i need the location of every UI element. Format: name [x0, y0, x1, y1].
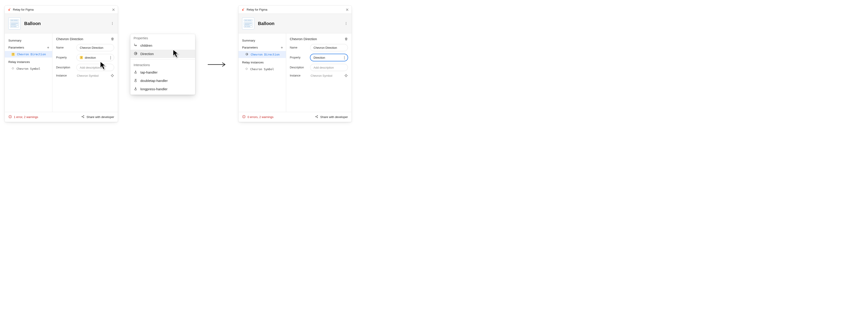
locate-instance-icon[interactable]	[111, 74, 114, 77]
name-input[interactable]: Chevron Direction	[76, 44, 114, 51]
plugin-footer: 1 error, 2 warnings Share with developer	[5, 112, 118, 122]
body-area: Summary Parameters ! Chevron Direction R…	[5, 33, 118, 112]
plugin-footer: 0 errors, 2 warnings Share with develope…	[239, 112, 351, 122]
chevron-down-icon	[111, 56, 111, 59]
direction-icon	[133, 51, 138, 56]
delete-icon[interactable]	[344, 37, 348, 41]
instance-value: Chevron Symbol	[76, 74, 108, 77]
description-label: Description	[56, 66, 74, 69]
plugin-header: Relay for Figma	[239, 6, 351, 14]
share-with-developer-button[interactable]: Share with developer	[315, 115, 348, 119]
more-options-icon[interactable]	[111, 22, 114, 25]
instance-label: Instance	[56, 74, 74, 77]
popover-item-direction[interactable]: Direction	[130, 50, 195, 58]
component-header: Balloon	[239, 14, 351, 33]
status-text-label: 0 errors, 2 warnings	[248, 115, 274, 119]
svg-rect-30	[245, 26, 247, 27]
description-input[interactable]: Add description	[76, 64, 114, 71]
share-icon	[81, 115, 85, 119]
svg-rect-26	[245, 23, 252, 23]
svg-point-32	[346, 22, 346, 23]
svg-point-36	[345, 75, 347, 76]
popover-item-children[interactable]: children	[130, 41, 195, 50]
svg-rect-3	[14, 20, 18, 21]
add-parameter-icon[interactable]	[281, 46, 283, 49]
sidebar-instance-item[interactable]: Chevron Symbol	[239, 66, 286, 72]
sidebar-instance-item[interactable]: Chevron Symbol	[5, 65, 52, 72]
svg-rect-24	[248, 20, 252, 21]
property-select[interactable]: ! direction	[76, 54, 114, 61]
longpress-icon	[133, 86, 138, 92]
close-icon[interactable]	[346, 8, 349, 11]
diamond-icon	[245, 67, 248, 71]
status-text[interactable]: 1 error, 2 warnings	[8, 115, 38, 119]
add-parameter-icon[interactable]	[47, 46, 50, 49]
plugin-title-text: Relay for Figma	[13, 8, 34, 11]
svg-rect-27	[245, 24, 252, 24]
sidebar-parameters-label: Parameters	[242, 46, 258, 49]
sidebar-item-relay-instances[interactable]: Relay instances	[239, 59, 286, 66]
properties-group-label: Properties	[130, 34, 195, 41]
popover-item-longpress-handler[interactable]: longpress-handler	[130, 85, 195, 95]
svg-point-38	[244, 117, 244, 118]
sidebar-summary-label: Summary	[8, 39, 22, 42]
svg-point-33	[346, 23, 346, 24]
popover-divider	[130, 59, 195, 60]
component-thumbnail	[242, 18, 254, 30]
sidebar-item-parameters[interactable]: Parameters	[239, 44, 286, 51]
svg-point-17	[82, 116, 82, 117]
svg-rect-9	[11, 26, 13, 27]
svg-point-13	[112, 24, 113, 25]
popover-item-label: children	[141, 43, 152, 47]
more-options-icon[interactable]	[344, 22, 348, 25]
svg-point-21	[243, 8, 244, 9]
delete-icon[interactable]	[111, 37, 114, 41]
svg-point-18	[84, 115, 84, 116]
doubletap-icon	[133, 78, 138, 83]
locate-instance-icon[interactable]	[344, 74, 348, 77]
sidebar-parameters-label: Parameters	[8, 46, 24, 49]
svg-point-11	[112, 22, 113, 23]
relay-logo-icon	[241, 7, 245, 12]
diamond-icon	[11, 67, 14, 70]
sidebar-item-parameters[interactable]: Parameters	[5, 44, 52, 51]
description-input[interactable]: Add description	[310, 64, 348, 71]
error-icon	[8, 115, 12, 119]
property-dropdown-popover: Properties children Direction Interactio…	[130, 34, 195, 95]
sidebar-parameter-item[interactable]: ! Chevron Direction	[5, 51, 52, 58]
plugin-title: Relay for Figma	[7, 7, 34, 12]
close-icon[interactable]	[112, 8, 115, 11]
svg-point-0	[9, 8, 10, 9]
property-select[interactable]: Direction	[310, 54, 348, 61]
property-label: Property	[56, 56, 74, 59]
share-icon	[315, 115, 318, 119]
svg-point-12	[112, 23, 113, 24]
plugin-panel-after: Relay for Figma	[238, 5, 352, 122]
svg-point-40	[317, 115, 318, 116]
description-placeholder: Add description	[80, 66, 100, 69]
popover-item-label: tap-handler	[141, 70, 158, 74]
status-text[interactable]: 0 errors, 2 warnings	[242, 115, 274, 119]
name-value: Chevron Direction	[80, 46, 103, 49]
share-with-developer-button[interactable]: Share with developer	[81, 115, 114, 119]
sidebar: Summary Parameters Chevron Direction	[239, 33, 286, 112]
sidebar-item-relay-instances[interactable]: Relay instances	[5, 59, 52, 65]
popover-item-tap-handler[interactable]: tap-handler	[130, 68, 195, 76]
sidebar-summary-label: Summary	[242, 39, 255, 42]
plugin-header: Relay for Figma	[5, 6, 118, 14]
error-icon	[242, 115, 246, 119]
sidebar-item-summary[interactable]: Summary	[5, 37, 52, 44]
warning-badge-icon: !	[11, 53, 15, 56]
popover-item-doubletap-handler[interactable]: doubletap-handler	[130, 76, 195, 85]
details-title: Chevron Direction	[290, 37, 317, 41]
name-label: Name	[290, 46, 307, 49]
parameter-item-label: Chevron Direction	[251, 53, 280, 56]
property-label: Property	[290, 56, 307, 59]
svg-point-14	[112, 75, 113, 76]
component-thumbnail	[8, 18, 21, 30]
svg-point-19	[84, 117, 84, 118]
svg-rect-6	[11, 24, 18, 24]
sidebar-parameter-item[interactable]: Chevron Direction	[239, 51, 286, 58]
sidebar-item-summary[interactable]: Summary	[239, 37, 286, 44]
name-input[interactable]: Chevron Direction	[310, 44, 348, 51]
